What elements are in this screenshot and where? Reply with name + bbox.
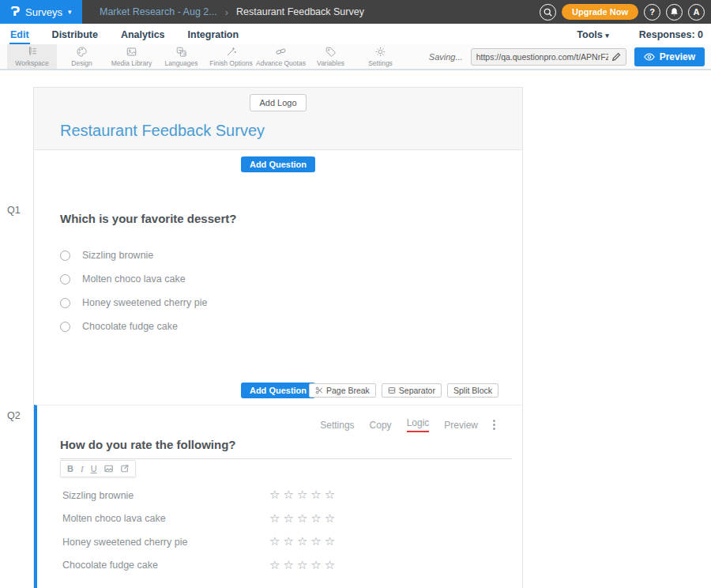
question-2[interactable]: Settings Copy Logic Preview How do you r…	[34, 405, 522, 588]
question-settings-link[interactable]: Settings	[320, 420, 354, 431]
question-2-title-field[interactable]: How do you rate the following?	[60, 438, 512, 459]
surveys-menu-label: Surveys	[25, 6, 62, 18]
star-icon[interactable]: ☆	[325, 560, 335, 571]
radio-icon[interactable]	[60, 298, 70, 308]
upgrade-now-button[interactable]: Upgrade Now	[562, 4, 638, 20]
option-row[interactable]: Sizzling brownie	[60, 243, 522, 267]
star-icon[interactable]: ☆	[269, 560, 280, 571]
question-2-text[interactable]: How do you rate the following?	[60, 438, 236, 451]
question-copy-link[interactable]: Copy	[370, 420, 392, 431]
star-icon[interactable]: ☆	[269, 536, 280, 548]
star-icon[interactable]: ☆	[283, 560, 293, 571]
sub-nav: Edit Distribute Analytics Integration To…	[0, 24, 711, 44]
option-row[interactable]: Honey sweetened cherry pie	[60, 291, 522, 315]
pencil-icon[interactable]	[611, 52, 621, 62]
tab-edit[interactable]: Edit	[9, 26, 30, 44]
help-button[interactable]: ?	[644, 4, 660, 21]
responses-count: Responses: 0	[639, 29, 703, 40]
split-block-label: Split Block	[453, 386, 492, 395]
star-rating[interactable]: ☆☆☆☆☆	[269, 513, 335, 525]
search-button[interactable]	[540, 4, 556, 21]
translate-icon: A	[175, 46, 187, 58]
star-icon[interactable]: ☆	[297, 536, 307, 548]
star-icon[interactable]: ☆	[269, 489, 280, 501]
tag-icon	[325, 46, 337, 58]
tab-distribute[interactable]: Distribute	[51, 26, 99, 44]
palette-icon	[76, 46, 88, 58]
bold-button[interactable]: B	[67, 464, 73, 473]
tab-analytics[interactable]: Analytics	[120, 26, 166, 44]
insert-image-icon[interactable]	[104, 464, 113, 473]
star-icon[interactable]: ☆	[297, 513, 307, 525]
star-icon[interactable]: ☆	[310, 536, 321, 548]
avatar[interactable]: A	[688, 4, 705, 21]
separator-label: Separator	[399, 386, 435, 395]
split-block-button[interactable]: Split Block	[447, 383, 498, 398]
question-1-text[interactable]: Which is your favorite dessert?	[60, 212, 522, 225]
toolbar-item-workspace[interactable]: Workspace	[7, 44, 57, 69]
toolbar-item-design[interactable]: Design	[57, 44, 107, 69]
question-2-actions: Settings Copy Logic Preview	[37, 405, 522, 432]
star-rating[interactable]: ☆☆☆☆☆	[269, 536, 335, 548]
saving-status: Saving...	[429, 52, 463, 62]
top-bar: Ɂ Surveys ▾ Market Research - Aug 2... ›…	[0, 0, 711, 24]
star-icon[interactable]: ☆	[325, 489, 335, 501]
toolbar-item-variables[interactable]: Variables	[306, 44, 356, 69]
survey-url-field[interactable]: https://qa.questionpro.com/t/APNrFZgS	[471, 48, 626, 66]
star-rating[interactable]: ☆☆☆☆☆	[269, 560, 335, 571]
toolbar-item-advance-quotas[interactable]: Advance Quotas	[256, 44, 306, 69]
breadcrumb-parent[interactable]: Market Research - Aug 2...	[100, 6, 217, 17]
toolbar-item-settings[interactable]: Settings	[356, 44, 405, 69]
toolbar-item-finish-options[interactable]: Finish Options	[206, 44, 256, 69]
page-break-button[interactable]: Page Break	[309, 383, 376, 398]
tools-menu[interactable]: Tools ▾	[577, 29, 608, 40]
kebab-menu-icon[interactable]	[493, 420, 495, 430]
toolbar-item-media-library[interactable]: Media Library	[107, 44, 156, 69]
star-icon[interactable]: ☆	[325, 513, 335, 525]
radio-icon[interactable]	[60, 274, 70, 285]
add-question-button[interactable]: Add Question	[241, 156, 315, 172]
surveys-menu[interactable]: Ɂ Surveys ▾	[0, 0, 82, 24]
toolbar-item-label: Media Library	[111, 59, 152, 67]
toolbar-item-label: Advance Quotas	[256, 59, 306, 67]
star-icon[interactable]: ☆	[310, 489, 321, 501]
question-1[interactable]: Which is your favorite dessert? Sizzling…	[34, 179, 522, 376]
option-row[interactable]: Chocolate fudge cake	[60, 315, 522, 338]
star-icon[interactable]: ☆	[310, 513, 321, 525]
editor-toolbar: Workspace Design Media Library A Languag…	[0, 44, 711, 70]
radio-icon[interactable]	[60, 251, 70, 261]
gear-icon	[374, 46, 386, 58]
notifications-button[interactable]	[666, 4, 683, 21]
option-row[interactable]: Molten choco lava cake	[60, 267, 522, 291]
underline-button[interactable]: U	[91, 464, 97, 473]
star-icon[interactable]: ☆	[269, 513, 280, 525]
add-logo-button[interactable]: Add Logo	[250, 94, 306, 111]
topbar-actions: Upgrade Now ? A	[540, 4, 705, 21]
star-icon[interactable]: ☆	[325, 536, 335, 548]
separator-button[interactable]: Separator	[382, 383, 442, 398]
page-break-label: Page Break	[326, 386, 370, 395]
radio-icon[interactable]	[60, 322, 70, 332]
star-rating[interactable]: ☆☆☆☆☆	[269, 489, 335, 501]
row-tools: Add Row Edit Rows in Bulk	[37, 577, 522, 588]
star-icon[interactable]: ☆	[297, 489, 307, 501]
star-icon[interactable]: ☆	[310, 560, 321, 571]
format-toolbar: B I U	[60, 460, 136, 477]
survey-title[interactable]: Restaurant Feedback Survey	[60, 122, 522, 140]
external-link-icon[interactable]	[120, 464, 129, 473]
breadcrumb-current: Restaurant Feedback Survey	[236, 6, 364, 17]
question-logic-link[interactable]: Logic	[407, 417, 430, 432]
add-question-button[interactable]: Add Question	[241, 383, 315, 398]
preview-button[interactable]: Preview	[634, 47, 705, 66]
questionpro-logo-icon: Ɂ	[10, 5, 20, 19]
tab-integration[interactable]: Integration	[187, 26, 240, 44]
italic-button[interactable]: I	[81, 464, 84, 473]
star-icon[interactable]: ☆	[283, 489, 293, 501]
toolbar-item-languages[interactable]: A Languages	[156, 44, 206, 69]
question-preview-link[interactable]: Preview	[444, 420, 478, 431]
block-actions: Page Break Separator Split Block	[309, 383, 498, 398]
star-icon[interactable]: ☆	[283, 536, 293, 548]
bell-icon	[670, 7, 679, 17]
star-icon[interactable]: ☆	[297, 560, 307, 571]
star-icon[interactable]: ☆	[283, 513, 293, 525]
